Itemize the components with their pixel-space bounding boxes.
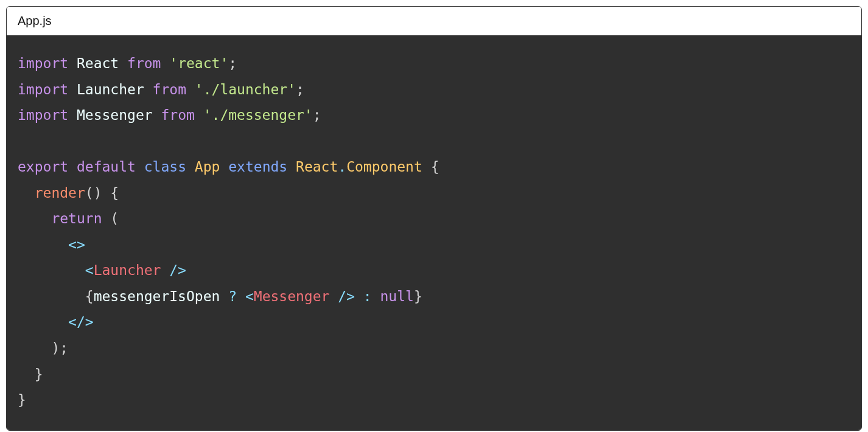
string-literal: './launcher' <box>195 82 296 97</box>
keyword-from: from <box>161 107 194 123</box>
tag-bracket: < <box>85 262 94 278</box>
semicolon: ; <box>296 82 304 97</box>
code-filename-header: App.js <box>7 7 861 36</box>
paren: ( <box>110 211 119 226</box>
semicolon: ; <box>228 55 237 71</box>
brace: { <box>85 288 94 304</box>
identifier: React <box>77 55 119 71</box>
operator: ? <box>228 288 237 304</box>
paren: ) <box>51 340 60 356</box>
semicolon: ; <box>60 340 68 356</box>
brace: } <box>18 392 26 408</box>
brace: { <box>110 185 119 201</box>
keyword-from: from <box>127 55 161 71</box>
tag-name: Launcher <box>94 262 161 278</box>
identifier: Messenger <box>77 107 153 123</box>
class-name: React <box>296 159 338 175</box>
tag-name: Messenger <box>254 288 330 304</box>
string-literal: './messenger' <box>203 107 313 123</box>
operator: : <box>355 288 372 304</box>
class-name: Component <box>346 159 422 175</box>
keyword-import: import <box>18 82 68 97</box>
brace: { <box>431 159 439 175</box>
identifier: Launcher <box>77 82 144 97</box>
keyword-default: default <box>77 159 136 175</box>
keyword-import: import <box>18 55 68 71</box>
tag-bracket: < <box>245 288 254 304</box>
keyword-null: null <box>372 288 414 304</box>
code-panel: App.js import React from 'react'; import… <box>6 6 862 431</box>
tag-bracket: /> <box>329 288 355 304</box>
parens: () <box>85 185 102 201</box>
fragment-close: </> <box>68 314 94 330</box>
class-name: App <box>195 159 220 175</box>
filename-label: App.js <box>18 14 52 27</box>
tag-bracket: /> <box>161 262 186 278</box>
keyword-extends: extends <box>228 159 287 175</box>
code-body[interactable]: import React from 'react'; import Launch… <box>7 36 861 430</box>
dot: . <box>338 159 346 175</box>
fragment-open: <> <box>68 237 85 253</box>
keyword-export: export <box>18 159 68 175</box>
identifier: messengerIsOpen <box>94 288 229 304</box>
method-name: render <box>35 185 85 201</box>
semicolon: ; <box>313 107 321 123</box>
keyword-return: return <box>51 211 102 226</box>
string-literal: 'react' <box>169 55 228 71</box>
keyword-import: import <box>18 107 68 123</box>
keyword-class: class <box>144 159 186 175</box>
keyword-from: from <box>153 82 186 97</box>
brace: } <box>35 366 43 382</box>
brace: } <box>414 288 422 304</box>
space <box>237 288 245 304</box>
